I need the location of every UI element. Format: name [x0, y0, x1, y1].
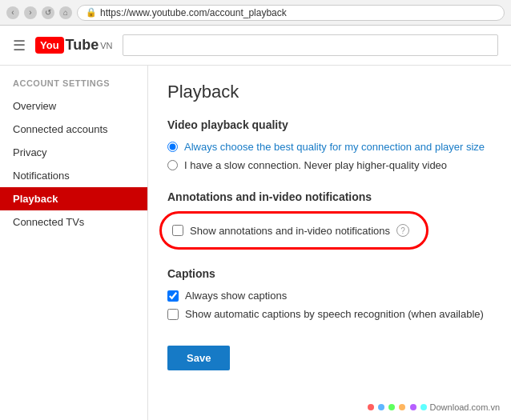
- sidebar-item-notifications[interactable]: Notifications: [0, 164, 147, 187]
- page-body: ACCOUNT SETTINGS Overview Connected acco…: [0, 66, 511, 420]
- caption-row-always: Always show captions: [167, 290, 492, 302]
- sidebar-item-playback[interactable]: Playback: [0, 187, 147, 210]
- annotation-row: Show annotations and in-video notificati…: [172, 218, 409, 243]
- captions-section: Captions Always show captions Show autom…: [167, 267, 492, 320]
- caption-label-always: Always show captions: [185, 290, 287, 302]
- sidebar-item-privacy[interactable]: Privacy: [0, 141, 147, 164]
- caption-row-auto: Show automatic captions by speech recogn…: [167, 308, 492, 320]
- caption-label-auto: Show automatic captions by speech recogn…: [185, 308, 484, 320]
- annotations-label: Show annotations and in-video notificati…: [190, 225, 390, 237]
- dot-1: [368, 404, 374, 410]
- page-title: Playback: [167, 82, 492, 102]
- quality-label-slow: I have a slow connection. Never play hig…: [184, 159, 447, 171]
- quality-option-slow[interactable]: I have a slow connection. Never play hig…: [167, 159, 492, 171]
- annotations-title: Annotations and in-video notifications: [167, 190, 492, 203]
- dot-2: [378, 404, 384, 410]
- watermark-inner: Download.com.vn: [362, 401, 505, 414]
- red-arrow-icon: ➜: [148, 326, 154, 366]
- dot-3: [388, 404, 395, 410]
- youtube-header: ☰ You Tube VN: [0, 26, 511, 66]
- locale-label: VN: [100, 41, 112, 50]
- caption-checkbox-auto[interactable]: [167, 309, 179, 320]
- quality-radio-slow[interactable]: [167, 160, 178, 170]
- lock-icon: 🔒: [86, 7, 97, 18]
- help-icon[interactable]: ?: [396, 224, 409, 237]
- address-bar[interactable]: 🔒 https://www.youtube.com/account_playba…: [77, 5, 505, 21]
- back-button[interactable]: ‹: [6, 6, 19, 19]
- watermark-dots: [367, 402, 427, 412]
- sidebar-item-connected-accounts[interactable]: Connected accounts: [0, 118, 147, 141]
- sidebar: ACCOUNT SETTINGS Overview Connected acco…: [0, 66, 148, 420]
- logo-you: You: [35, 37, 64, 54]
- browser-bar: ‹ › ↺ ⌂ 🔒 https://www.youtube.com/accoun…: [0, 0, 511, 26]
- sidebar-item-connected-tvs[interactable]: Connected TVs: [0, 210, 147, 234]
- search-input[interactable]: [123, 34, 498, 56]
- sidebar-item-overview[interactable]: Overview: [0, 94, 147, 118]
- main-content: Playback Video playback quality Always c…: [148, 66, 511, 420]
- youtube-logo[interactable]: You Tube VN: [35, 37, 113, 54]
- logo-tube: Tube: [66, 37, 99, 54]
- caption-checkbox-always[interactable]: [167, 290, 179, 302]
- annotations-checkbox[interactable]: [172, 225, 183, 236]
- dot-6: [420, 404, 427, 410]
- annotations-section: Annotations and in-video notifications S…: [167, 190, 492, 248]
- quality-radio-best[interactable]: [167, 142, 178, 152]
- save-area: ➜ Save: [167, 346, 230, 370]
- dot-5: [410, 404, 416, 410]
- quality-option-best[interactable]: Always choose the best quality for my co…: [167, 141, 492, 153]
- forward-button[interactable]: ›: [24, 6, 37, 19]
- hamburger-icon[interactable]: ☰: [13, 37, 26, 54]
- refresh-button[interactable]: ↺: [42, 6, 54, 19]
- dot-4: [399, 404, 405, 410]
- home-button[interactable]: ⌂: [59, 6, 72, 19]
- video-quality-title: Video playback quality: [167, 118, 492, 131]
- watermark: Download.com.vn: [362, 401, 505, 414]
- video-quality-section: Video playback quality Always choose the…: [167, 118, 492, 171]
- quality-label-best: Always choose the best quality for my co…: [184, 141, 485, 153]
- watermark-text: Download.com.vn: [430, 402, 500, 412]
- sidebar-section-title: ACCOUNT SETTINGS: [0, 78, 147, 94]
- captions-title: Captions: [167, 267, 492, 280]
- url-text: https://www.youtube.com/account_playback: [100, 7, 287, 18]
- save-button[interactable]: Save: [167, 346, 230, 370]
